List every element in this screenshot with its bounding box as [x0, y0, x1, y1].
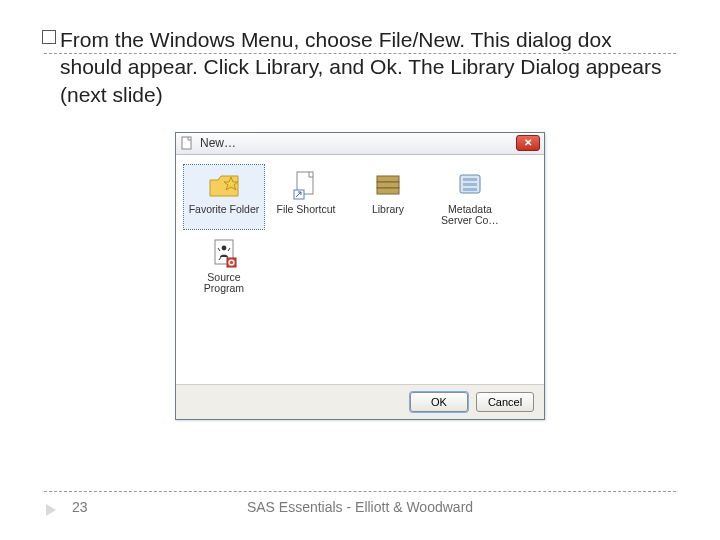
new-dialog: New… ✕ Favorite Folder [175, 132, 545, 420]
title-bar: New… ✕ [176, 133, 544, 155]
item-file-shortcut[interactable]: File Shortcut [266, 165, 346, 229]
item-label: Metadata Server Co… [432, 204, 508, 226]
svg-rect-0 [182, 137, 191, 149]
button-bar: OK Cancel [176, 385, 544, 419]
svg-rect-4 [377, 176, 399, 182]
ok-button[interactable]: OK [410, 392, 468, 412]
dialog-title: New… [200, 136, 516, 150]
divider-top [44, 53, 676, 54]
footer-text: SAS Essentials - Elliott & Woodward [0, 499, 720, 515]
slide: From the Windows Menu, choose File/New. … [0, 0, 720, 540]
item-label: File Shortcut [277, 204, 336, 215]
cancel-button[interactable]: Cancel [476, 392, 534, 412]
item-library[interactable]: Library [348, 165, 428, 229]
item-metadata-server[interactable]: Metadata Server Co… [430, 165, 510, 229]
item-favorite-folder[interactable]: Favorite Folder [184, 165, 264, 229]
close-button[interactable]: ✕ [516, 135, 540, 151]
item-source-program[interactable]: Source Program [184, 233, 264, 297]
dialog-screenshot: New… ✕ Favorite Folder [175, 132, 545, 420]
file-shortcut-icon [289, 168, 323, 202]
favorite-folder-icon [207, 168, 241, 202]
bullet-square-icon [42, 30, 56, 44]
icon-list: Favorite Folder File Shortcut Library [184, 165, 536, 297]
svg-rect-9 [463, 183, 477, 186]
svg-rect-5 [377, 182, 399, 188]
item-label: Source Program [186, 272, 262, 294]
dialog-content: Favorite Folder File Shortcut Library [176, 155, 544, 385]
item-label: Favorite Folder [189, 204, 260, 215]
body-text: From the Windows Menu, choose File/New. … [60, 28, 662, 106]
svg-rect-17 [227, 258, 236, 267]
svg-rect-10 [463, 188, 477, 191]
metadata-server-icon [453, 168, 487, 202]
source-program-icon [207, 236, 241, 270]
svg-point-12 [222, 246, 227, 251]
body-paragraph: From the Windows Menu, choose File/New. … [44, 26, 676, 108]
svg-rect-6 [377, 188, 399, 194]
svg-rect-8 [463, 178, 477, 181]
library-icon [371, 168, 405, 202]
divider-bottom [44, 491, 676, 492]
item-label: Library [372, 204, 404, 215]
document-icon [180, 136, 194, 150]
close-icon: ✕ [524, 138, 532, 148]
